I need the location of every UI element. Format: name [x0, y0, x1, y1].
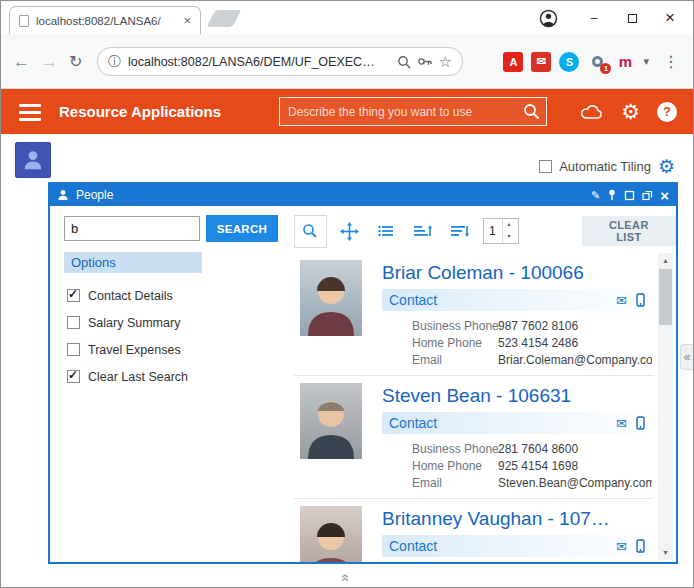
reload-button[interactable]: ↻	[69, 34, 82, 89]
email-icon[interactable]: ✉	[616, 416, 627, 431]
extensions-overflow-icon[interactable]: ▾	[643, 55, 649, 68]
address-bar[interactable]: ⓘ localhost:8082/LANSA6/DEM/UF_OEXEC… ☆	[97, 47, 463, 76]
profile-icon[interactable]	[529, 3, 567, 33]
list-item[interactable]: Steven Bean - 106631 Contact ✉ Business …	[294, 376, 654, 499]
tiling-settings-gear-icon[interactable]: ⚙	[658, 155, 675, 178]
phone-icon[interactable]	[636, 539, 645, 553]
close-icon[interactable]: ×	[660, 187, 669, 204]
move-icon[interactable]	[336, 216, 364, 246]
checkbox[interactable]	[67, 316, 80, 329]
email-icon[interactable]: ✉	[616, 293, 627, 308]
person-name[interactable]: Steven Bean - 106631	[382, 385, 652, 407]
settings-gear-icon[interactable]: ⚙	[621, 100, 640, 124]
forward-button[interactable]: →	[41, 34, 58, 89]
people-search-input[interactable]	[64, 216, 200, 241]
mail-extension-icon[interactable]: ✉	[531, 52, 551, 72]
maximize-icon[interactable]	[624, 190, 635, 201]
extensions-area: A ✉ S 1 m ▾	[503, 34, 649, 89]
app-header-icons: ⚙ ?	[580, 89, 677, 134]
workspace: Automatic Tiling ⚙ People ✎	[1, 134, 693, 587]
notifier-extension-icon[interactable]: 1	[587, 52, 607, 72]
minimize-button[interactable]: –	[575, 3, 613, 33]
scroll-down-icon[interactable]: ▼	[658, 545, 673, 560]
new-tab-button[interactable]	[206, 10, 241, 27]
help-icon[interactable]: ?	[657, 102, 677, 122]
search-icon[interactable]	[523, 103, 540, 120]
scroll-thumb[interactable]	[659, 269, 672, 325]
browser-menu-icon[interactable]: ⋮	[663, 34, 679, 89]
options-header: Options	[64, 252, 202, 273]
sort-descending-icon[interactable]	[446, 216, 474, 246]
home-phone-line: Home Phone523 4154 2486	[412, 335, 652, 352]
edit-icon[interactable]: ✎	[591, 189, 600, 202]
checkbox[interactable]	[67, 289, 80, 302]
back-button[interactable]: ←	[13, 34, 30, 89]
person-name[interactable]: Briar Coleman - 100066	[382, 262, 652, 284]
phone-icon[interactable]	[636, 416, 645, 430]
field-value: 281 7604 8600	[498, 442, 578, 456]
zoom-icon[interactable]	[397, 55, 411, 69]
browser-tab[interactable]: localhost:8082/LANSA6/ ×	[9, 6, 201, 34]
maximize-button[interactable]	[613, 3, 651, 33]
window-title: People	[76, 188, 113, 202]
tab-close-icon[interactable]: ×	[183, 13, 191, 28]
scrollbar[interactable]: ▲ ▼	[658, 253, 673, 560]
person-photo	[300, 383, 362, 459]
key-icon[interactable]	[418, 57, 432, 66]
email-icon[interactable]: ✉	[616, 539, 627, 554]
list-item[interactable]: Britanney Vaughan - 107… Contact ✉ Busin…	[294, 499, 654, 562]
clear-list-button[interactable]: CLEAR LIST	[582, 216, 676, 246]
browser-toolbar: ← → ↻ ⓘ localhost:8082/LANSA6/DEM/UF_OEX…	[1, 34, 693, 89]
automatic-tiling-checkbox[interactable]	[539, 160, 552, 173]
people-window: People ✎ × SEARCH Options	[48, 182, 678, 564]
automatic-tiling-control: Automatic Tiling ⚙	[539, 155, 675, 178]
people-window-titlebar[interactable]: People ✎ ×	[50, 184, 676, 206]
tab-title: localhost:8082/LANSA6/	[36, 15, 176, 27]
app-search-input[interactable]	[280, 105, 523, 119]
page-spinner[interactable]: ▴ ▾	[483, 218, 519, 244]
app-search-box[interactable]	[279, 97, 547, 126]
m-extension-icon[interactable]: m	[615, 52, 635, 72]
window-controls: – ×	[529, 3, 689, 33]
pdf-extension-icon[interactable]: A	[503, 52, 523, 72]
cloud-icon[interactable]	[580, 103, 604, 120]
option-salary-summary[interactable]: Salary Summary	[67, 309, 188, 336]
skype-extension-icon[interactable]: S	[559, 52, 579, 72]
list-item[interactable]: Briar Coleman - 100066 Contact ✉ Busines…	[294, 253, 654, 376]
bookmark-star-icon[interactable]: ☆	[439, 53, 452, 71]
window-close-button[interactable]: ×	[651, 3, 689, 33]
spinner-arrows[interactable]: ▴ ▾	[502, 219, 515, 243]
contact-section-label: Contact	[389, 292, 616, 308]
list-search-button[interactable]	[294, 215, 327, 248]
person-name[interactable]: Britanney Vaughan - 107…	[382, 508, 652, 530]
person-icon	[57, 189, 69, 201]
url-text[interactable]: localhost:8082/LANSA6/DEM/UF_OEXEC…	[128, 55, 390, 69]
checkbox[interactable]	[67, 343, 80, 356]
pin-icon[interactable]	[607, 189, 617, 201]
option-clear-last-search[interactable]: Clear Last Search	[67, 363, 188, 390]
scroll-up-icon[interactable]: ▲	[658, 253, 673, 268]
option-travel-expenses[interactable]: Travel Expenses	[67, 336, 188, 363]
spin-down-icon[interactable]: ▾	[503, 231, 515, 243]
sort-ascending-icon[interactable]	[409, 216, 437, 246]
collapse-bottom-icon[interactable]: «	[338, 558, 354, 588]
business-phone-line: Business Phone281 7604 8600	[412, 441, 652, 458]
field-label: Home Phone	[412, 335, 498, 352]
site-info-icon[interactable]: ⓘ	[108, 53, 121, 71]
home-phone-line: Home Phone925 4154 1698	[412, 458, 652, 475]
option-label: Clear Last Search	[88, 370, 188, 384]
page-number-input[interactable]	[484, 219, 502, 243]
spin-up-icon[interactable]: ▴	[503, 219, 515, 231]
collapse-right-icon[interactable]: «	[680, 344, 693, 370]
people-app-icon[interactable]	[15, 142, 51, 178]
checkbox[interactable]	[67, 370, 80, 383]
tile-icon[interactable]	[642, 190, 653, 201]
list-view-icon[interactable]	[373, 216, 401, 246]
field-label: Home Phone	[412, 458, 498, 475]
app-title: Resource Applications	[59, 89, 221, 134]
hamburger-menu-icon[interactable]	[19, 104, 41, 121]
browser-titlebar: localhost:8082/LANSA6/ × – ×	[1, 1, 693, 34]
option-contact-details[interactable]: Contact Details	[67, 282, 188, 309]
phone-icon[interactable]	[636, 293, 645, 307]
search-button[interactable]: SEARCH	[206, 215, 278, 242]
